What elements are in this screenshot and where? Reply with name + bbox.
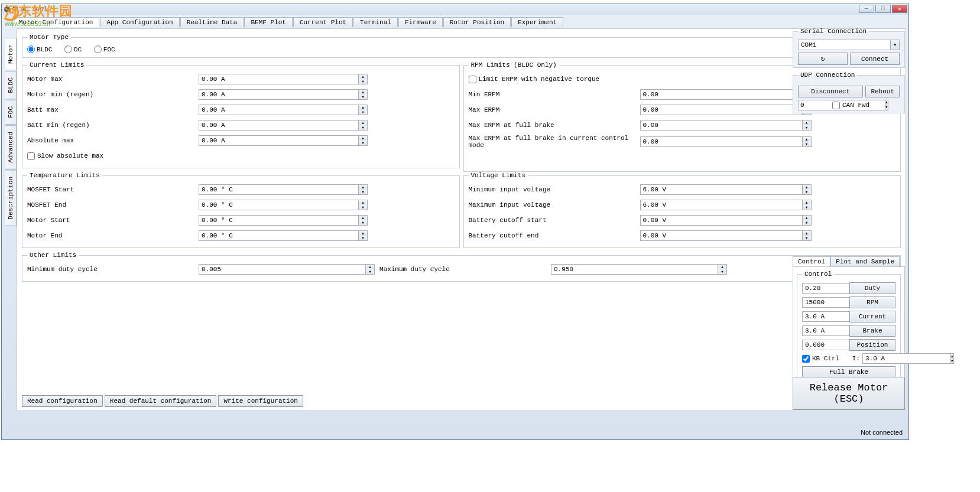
brake-button[interactable]: Brake <box>849 325 895 337</box>
mosfet-end-input[interactable] <box>199 200 359 210</box>
other-limits-group: Other Limits Minimum duty cycle ▲▼ Maxim… <box>22 252 901 282</box>
tab-app-configuration[interactable]: App Configuration <box>100 17 179 27</box>
vtab-bldc[interactable]: BLDC <box>5 71 17 99</box>
batt-max-input[interactable] <box>199 105 359 115</box>
current-limits-group: Current Limits Motor max▲▼ Motor min (re… <box>22 61 460 168</box>
tab-bemf-plot[interactable]: BEMF Plot <box>244 17 292 27</box>
vtab-motor[interactable]: Motor <box>5 38 17 70</box>
vtab-foc[interactable]: FOC <box>5 100 17 125</box>
batt-min-input[interactable] <box>199 120 359 131</box>
min-v-label: Minimum input voltage <box>469 186 640 193</box>
abs-max-label: Absolute max <box>27 137 199 144</box>
max-erpm-label: Max ERPM <box>469 106 640 113</box>
motor-max-input[interactable] <box>199 74 359 84</box>
motor-type-group: Motor Type BLDC DC FOC <box>22 34 901 58</box>
spin-up-icon[interactable]: ▲ <box>359 74 367 79</box>
vtab-description[interactable]: Description <box>5 170 17 226</box>
serial-connection-group: Serial Connection ▼ ↻ Connect <box>793 28 905 68</box>
kb-i-label: I: <box>852 355 860 362</box>
kb-i-input[interactable] <box>862 353 951 364</box>
temp-limits-group: Temperature Limits MOSFET Start▲▼ MOSFET… <box>22 172 460 248</box>
vertical-tabstrip: Motor BLDC FOC Advanced Description <box>5 38 17 412</box>
tab-current-plot[interactable]: Current Plot <box>293 17 353 27</box>
read-configuration-button[interactable]: Read configuration <box>22 395 103 407</box>
disconnect-button[interactable]: Disconnect <box>798 86 863 97</box>
motor-start-label: Motor Start <box>27 217 199 224</box>
max-erpm-fb-input[interactable] <box>640 120 803 131</box>
radio-dc[interactable]: DC <box>64 45 82 53</box>
max-erpm-fbcc-input[interactable] <box>640 136 803 147</box>
min-v-input[interactable] <box>640 184 803 195</box>
min-erpm-input[interactable] <box>640 89 803 100</box>
can-fwd-checkbox[interactable]: CAN Fwd <box>832 102 869 109</box>
batt-max-label: Batt max <box>27 106 199 113</box>
tab-plot-and-sample[interactable]: Plot and Sample <box>830 256 900 266</box>
mosfet-start-input[interactable] <box>199 184 359 195</box>
connect-button[interactable]: Connect <box>850 53 900 65</box>
max-erpm-fb-label: Max ERPM at full brake <box>469 122 640 129</box>
limit-erpm-checkbox[interactable]: Limit ERPM with negative torque <box>469 76 600 83</box>
serial-port-combo[interactable]: ▼ <box>798 40 900 50</box>
max-v-input[interactable] <box>640 200 803 210</box>
main-tabstrip: Motor Configuration App Configuration Re… <box>12 17 908 27</box>
max-duty-label: Maximum duty cycle <box>379 266 551 273</box>
position-button[interactable]: Position <box>849 339 895 351</box>
motor-type-legend: Motor Type <box>27 34 71 41</box>
full-brake-button[interactable]: Full Brake <box>802 366 895 378</box>
titlebar: BLDC Tool — □ ✕ <box>2 4 908 15</box>
mosfet-start-label: MOSFET Start <box>27 186 199 193</box>
read-default-configuration-button[interactable]: Read default configuration <box>105 395 217 407</box>
duty-button[interactable]: Duty <box>849 282 895 294</box>
batt-min-label: Batt min (regen) <box>27 122 199 129</box>
app-icon <box>4 6 10 12</box>
radio-foc[interactable]: FOC <box>94 45 115 53</box>
mosfet-end-label: MOSFET End <box>27 201 199 208</box>
max-v-label: Maximum input voltage <box>469 201 640 208</box>
batt-cut-end-label: Battery cutoff end <box>469 232 640 239</box>
abs-max-input[interactable] <box>199 135 359 146</box>
tab-terminal[interactable]: Terminal <box>353 17 398 27</box>
max-erpm-input[interactable] <box>640 105 803 115</box>
minimize-button[interactable]: — <box>859 5 874 13</box>
radio-bldc[interactable]: BLDC <box>27 45 52 53</box>
max-erpm-fbcc-label: Max ERPM at full brake in current contro… <box>469 135 640 149</box>
tab-motor-configuration[interactable]: Motor Configuration <box>12 17 99 27</box>
tab-realtime-data[interactable]: Realtime Data <box>180 17 244 27</box>
refresh-icon: ↻ <box>821 56 825 63</box>
control-group: Control ▲▼Duty ▲▼RPM ▲▼Current ▲▼Brake ▲… <box>797 271 901 383</box>
motor-start-input[interactable] <box>199 215 359 226</box>
motor-min-label: Motor min (regen) <box>27 91 199 98</box>
kb-ctrl-checkbox[interactable]: KB Ctrl <box>802 355 839 363</box>
tab-control[interactable]: Control <box>793 256 830 266</box>
current-button[interactable]: Current <box>849 311 895 322</box>
maximize-button[interactable]: □ <box>875 5 891 13</box>
tab-experiment[interactable]: Experiment <box>511 17 563 27</box>
batt-cut-end-input[interactable] <box>640 230 803 241</box>
app-window: BLDC Tool — □ ✕ Motor Configuration App … <box>1 4 909 440</box>
max-duty-input[interactable] <box>551 264 718 275</box>
vtab-advanced[interactable]: Advanced <box>5 125 17 170</box>
motor-max-label: Motor max <box>27 76 199 83</box>
close-button[interactable]: ✕ <box>892 5 907 13</box>
min-erpm-label: Min ERPM <box>469 91 640 98</box>
motor-end-label: Motor End <box>27 232 199 239</box>
batt-cut-start-input[interactable] <box>640 215 803 226</box>
slow-abs-checkbox[interactable]: Slow absolute max <box>27 152 103 160</box>
spin-down-icon[interactable]: ▼ <box>359 79 367 84</box>
tab-firmware[interactable]: Firmware <box>398 17 443 27</box>
content-panel: Motor Type BLDC DC FOC Current Limits Mo… <box>17 28 906 411</box>
rpm-button[interactable]: RPM <box>849 296 895 308</box>
min-duty-input[interactable] <box>199 264 366 275</box>
release-motor-button[interactable]: Release Motor (ESC) <box>793 377 905 410</box>
write-configuration-button[interactable]: Write configuration <box>218 395 303 407</box>
motor-end-input[interactable] <box>199 230 359 241</box>
udp-connection-group: UDP Connection Disconnect Reboot ▲▼ CAN … <box>793 71 905 113</box>
volt-limits-group: Voltage Limits Minimum input voltage▲▼ M… <box>463 172 901 248</box>
tab-rotor-position[interactable]: Rotor Position <box>443 17 511 27</box>
chevron-down-icon: ▼ <box>891 40 900 50</box>
reboot-button[interactable]: Reboot <box>865 86 900 97</box>
batt-cut-start-label: Battery cutoff start <box>469 217 640 224</box>
refresh-button[interactable]: ↻ <box>798 53 848 65</box>
min-duty-label: Minimum duty cycle <box>27 266 199 273</box>
motor-min-input[interactable] <box>199 89 359 100</box>
